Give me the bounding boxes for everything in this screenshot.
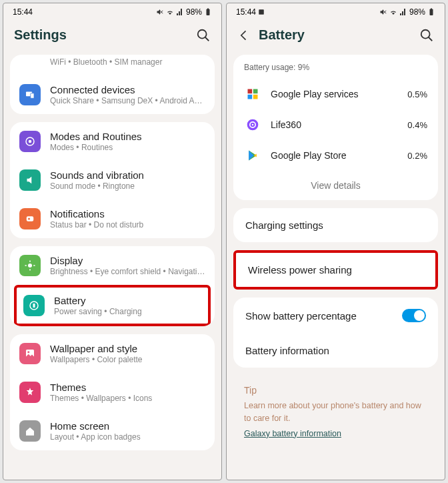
settings-screen: 15:44 98% Settings WiFi • Bluetooth • SI… xyxy=(3,3,222,480)
sound-icon xyxy=(19,169,41,191)
search-icon[interactable] xyxy=(419,28,434,43)
charging-settings-row[interactable]: Charging settings xyxy=(233,208,438,242)
battery-percent: 98% xyxy=(186,7,202,17)
battery-content[interactable]: Battery usage: 9% Google Play services0.… xyxy=(227,55,445,480)
item-subtitle: Wallpapers • Color palette xyxy=(50,355,205,364)
settings-item-sounds-and-vibration[interactable]: Sounds and vibrationSound mode • Rington… xyxy=(10,161,215,199)
page-title: Settings xyxy=(14,27,196,43)
devices-icon xyxy=(19,84,41,105)
settings-item-modes-and-routines[interactable]: Modes and RoutinesModes • Routines xyxy=(10,122,215,161)
svg-rect-1 xyxy=(207,9,209,10)
battery-icon xyxy=(204,8,212,16)
settings-item-wallpaper-and-style[interactable]: Wallpaper and styleWallpapers • Color pa… xyxy=(10,334,215,373)
item-title: Wallpaper and style xyxy=(50,343,205,354)
truncated-item[interactable]: WiFi • Bluetooth • SIM manager xyxy=(19,57,162,67)
item-subtitle: Status bar • Do not disturb xyxy=(50,220,205,229)
modes-icon xyxy=(19,131,41,152)
page-title: Battery xyxy=(259,27,419,43)
status-time: 15:44 xyxy=(13,7,33,17)
mute-icon xyxy=(379,8,387,16)
themes-icon xyxy=(19,382,41,403)
item-title: Themes xyxy=(50,382,205,393)
display-icon xyxy=(19,255,41,276)
wifi-icon xyxy=(166,8,174,16)
usage-row[interactable]: Google Play Store0.2% xyxy=(233,140,438,171)
svg-point-30 xyxy=(252,124,254,126)
status-bar: 15:44 98% xyxy=(3,3,221,18)
item-subtitle: Power saving • Charging xyxy=(54,307,201,316)
notif-icon xyxy=(19,208,41,229)
svg-rect-16 xyxy=(33,304,35,308)
item-title: Notifications xyxy=(50,208,205,219)
usage-value: 0.4% xyxy=(407,120,427,130)
settings-item-battery[interactable]: BatteryPower saving • Charging xyxy=(17,288,208,324)
svg-point-2 xyxy=(198,29,207,38)
svg-point-7 xyxy=(29,140,32,143)
app-name: Google Play Store xyxy=(271,150,398,161)
options-card: Show battery percentage Battery informat… xyxy=(233,298,438,368)
settings-item-home-screen[interactable]: Home screenLayout • App icon badges xyxy=(10,412,215,450)
item-title: Home screen xyxy=(50,420,205,432)
svg-point-10 xyxy=(28,264,32,268)
usage-row[interactable]: Life3600.4% xyxy=(233,109,438,140)
svg-rect-26 xyxy=(248,95,253,99)
item-subtitle: Themes • Wallpapers • Icons xyxy=(50,394,205,403)
show-percentage-row[interactable]: Show battery percentage xyxy=(233,298,438,334)
svg-rect-25 xyxy=(253,89,258,94)
item-title: Display xyxy=(50,255,205,266)
tip-text: Learn more about your phone's battery an… xyxy=(244,400,427,425)
usage-row[interactable]: Google Play services0.5% xyxy=(233,79,438,109)
svg-rect-5 xyxy=(31,93,34,99)
battery-icon xyxy=(23,295,45,316)
wireless-power-sharing-row[interactable]: Wireless power sharing xyxy=(236,253,435,287)
item-subtitle: Modes • Routines xyxy=(50,143,205,152)
mute-icon xyxy=(156,8,164,16)
item-subtitle: Sound mode • Ringtone xyxy=(50,181,205,191)
tip-link[interactable]: Galaxy battery information xyxy=(244,429,341,438)
svg-rect-0 xyxy=(207,9,210,16)
settings-item-connected-devices[interactable]: Connected devicesQuick Share • Samsung D… xyxy=(10,75,215,114)
wireless-highlight: Wireless power sharing xyxy=(233,250,438,290)
item-subtitle: Brightness • Eye comfort shield • Naviga… xyxy=(50,267,205,276)
usage-label: Battery usage: 9% xyxy=(233,55,438,79)
item-title: Connected devices xyxy=(50,84,205,95)
status-icons: 98% xyxy=(156,7,212,17)
settings-item-display[interactable]: DisplayBrightness • Eye comfort shield •… xyxy=(10,246,215,285)
view-details-button[interactable]: View details xyxy=(233,171,438,200)
percentage-toggle[interactable] xyxy=(402,309,426,322)
svg-point-9 xyxy=(28,218,30,220)
item-title: Modes and Routines xyxy=(50,131,205,142)
status-time: 15:44 xyxy=(236,7,265,17)
settings-item-themes[interactable]: ThemesThemes • Wallpapers • Icons xyxy=(10,373,215,412)
battery-header: Battery xyxy=(227,18,445,55)
tip-title: Tip xyxy=(244,385,427,396)
settings-list[interactable]: WiFi • Bluetooth • SIM managerConnected … xyxy=(3,55,221,480)
life360-icon xyxy=(244,116,261,133)
signal-icon xyxy=(399,8,407,16)
item-title: Sounds and vibration xyxy=(50,169,205,181)
search-icon[interactable] xyxy=(196,28,211,43)
home-icon xyxy=(19,420,41,442)
play-store-icon xyxy=(244,147,261,164)
usage-card: Battery usage: 9% Google Play services0.… xyxy=(233,55,438,200)
svg-rect-27 xyxy=(253,95,258,99)
usage-value: 0.2% xyxy=(407,151,427,161)
svg-rect-20 xyxy=(430,9,433,16)
svg-rect-21 xyxy=(431,9,432,10)
settings-item-notifications[interactable]: NotificationsStatus bar • Do not disturb xyxy=(10,199,215,238)
svg-point-22 xyxy=(421,29,430,38)
tip-section: Tip Learn more about your phone's batter… xyxy=(233,376,438,459)
battery-percent: 98% xyxy=(409,7,425,17)
wifi-icon xyxy=(389,8,397,16)
item-title: Battery xyxy=(54,295,201,306)
app-name: Google Play services xyxy=(271,89,398,99)
signal-icon xyxy=(176,8,184,16)
battery-info-row[interactable]: Battery information xyxy=(233,334,438,368)
svg-rect-24 xyxy=(248,89,253,94)
svg-point-18 xyxy=(27,351,29,353)
back-icon[interactable] xyxy=(237,29,251,42)
usage-value: 0.5% xyxy=(407,89,427,99)
status-icons: 98% xyxy=(379,7,435,17)
wallpaper-icon xyxy=(19,343,41,364)
charging-card: Charging settings xyxy=(233,208,438,242)
